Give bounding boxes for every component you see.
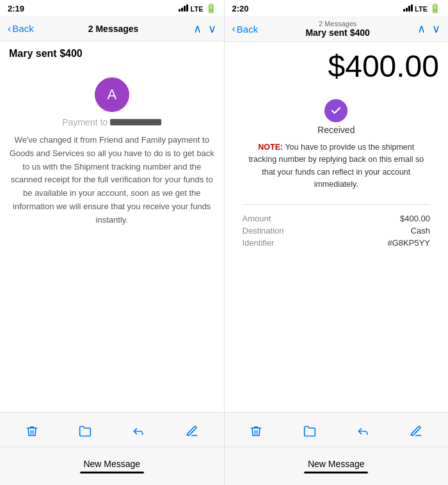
identifier-label: Identifier xyxy=(243,238,275,248)
bottom-bar: New Message New Message xyxy=(0,447,448,485)
amount-value: $400.00 xyxy=(400,214,430,223)
reply-button-left[interactable] xyxy=(129,425,148,438)
detail-row-identifier: Identifier #G8KP5YY xyxy=(243,238,431,248)
bottom-left-section: New Message xyxy=(0,447,225,485)
destination-value: Cash xyxy=(411,226,430,235)
detail-row-destination: Destination Cash xyxy=(243,226,431,235)
folder-button-left[interactable] xyxy=(76,425,95,438)
time-right: 2:20 xyxy=(232,4,249,13)
signal-bars-right xyxy=(403,4,413,12)
left-nav-title-area: 2 Messages xyxy=(34,24,193,34)
right-back-button[interactable]: ‹ Back xyxy=(232,23,259,35)
battery-right: 🔋 xyxy=(429,3,440,13)
email-body-text: We've changed it from Friend and Family … xyxy=(9,134,215,227)
status-icons-left: LTE 🔋 xyxy=(179,3,216,13)
right-nav-title: Mary sent $400 xyxy=(305,28,369,38)
left-toolbar xyxy=(0,412,224,447)
note-prefix: NOTE: xyxy=(258,143,283,152)
payment-to-row: Payment to xyxy=(9,117,215,127)
left-email-subject: Mary sent $400 xyxy=(0,42,224,63)
destination-label: Destination xyxy=(243,226,284,235)
status-bar: 2:19 LTE 🔋 2:20 xyxy=(0,0,448,16)
avatar-row: A xyxy=(9,70,215,117)
avatar: A xyxy=(95,77,129,112)
left-message-count: 2 Messages xyxy=(88,24,139,34)
time-left: 2:19 xyxy=(8,4,24,13)
right-panel: ‹ Back 2 Messages Mary sent $400 ∧ ∨ $40… xyxy=(225,16,449,447)
folder-button-right[interactable] xyxy=(300,425,319,438)
right-message-count: 2 Messages xyxy=(319,20,356,28)
signal-text-left: LTE xyxy=(179,4,203,13)
transaction-details: Amount $400.00 Destination Cash Identifi… xyxy=(234,211,440,257)
right-nav-title-area: 2 Messages Mary sent $400 xyxy=(258,20,417,38)
chevron-left-icon: ‹ xyxy=(8,23,11,35)
check-circle-icon xyxy=(324,99,348,122)
main-container: ‹ Back 2 Messages ∧ ∨ Mary sent $400 A xyxy=(0,16,448,447)
left-back-button[interactable]: ‹ Back xyxy=(8,23,34,35)
delete-button-left[interactable] xyxy=(22,425,42,438)
divider xyxy=(243,204,431,205)
compose-button-left[interactable] xyxy=(182,425,202,438)
right-nav-bar: ‹ Back 2 Messages Mary sent $400 ∧ ∨ xyxy=(225,16,449,42)
amount-label: Amount xyxy=(243,214,271,223)
bottom-right-section: New Message xyxy=(225,447,449,485)
status-right-panel: 2:20 LTE 🔋 xyxy=(225,0,449,16)
new-message-right-label[interactable]: New Message xyxy=(308,459,365,469)
delete-button-right[interactable] xyxy=(246,425,266,438)
down-arrow-right[interactable]: ∨ xyxy=(432,23,440,35)
note-box: NOTE: You have to provide us the shipmen… xyxy=(243,141,431,191)
right-nav-arrows: ∧ ∨ xyxy=(417,23,440,35)
compose-button-right[interactable] xyxy=(406,425,426,438)
left-nav-arrows: ∧ ∨ xyxy=(193,23,216,35)
status-icons-right: LTE 🔋 xyxy=(403,3,440,13)
signal-bars-left xyxy=(179,4,188,12)
left-email-body: A Payment to We've changed it from Frien… xyxy=(0,63,224,412)
identifier-value: #G8KP5YY xyxy=(388,238,431,248)
left-nav-bar: ‹ Back 2 Messages ∧ ∨ xyxy=(0,16,224,42)
up-arrow-right[interactable]: ∧ xyxy=(417,23,426,35)
detail-row-amount: Amount $400.00 xyxy=(243,214,431,223)
right-back-label: Back xyxy=(237,24,258,35)
battery-left: 🔋 xyxy=(205,3,216,13)
right-email-body: Received NOTE: You have to provide us th… xyxy=(225,88,449,412)
received-label: Received xyxy=(317,125,355,135)
redacted-name xyxy=(110,119,161,125)
reply-button-right[interactable] xyxy=(353,425,372,438)
new-message-right-bar xyxy=(304,472,368,473)
new-message-left-bar xyxy=(80,472,144,473)
down-arrow-left[interactable]: ∨ xyxy=(208,23,216,35)
new-message-left-label[interactable]: New Message xyxy=(83,459,140,469)
status-left-panel: 2:19 LTE 🔋 xyxy=(0,0,225,16)
signal-text-right: LTE xyxy=(403,4,428,13)
right-toolbar xyxy=(225,412,449,447)
amount-display: $400.00 xyxy=(225,42,449,88)
received-section: Received NOTE: You have to provide us th… xyxy=(234,94,440,198)
chevron-left-icon-right: ‹ xyxy=(232,23,236,35)
left-back-label: Back xyxy=(12,23,33,34)
up-arrow-left[interactable]: ∧ xyxy=(193,23,202,35)
left-panel: ‹ Back 2 Messages ∧ ∨ Mary sent $400 A xyxy=(0,16,225,447)
